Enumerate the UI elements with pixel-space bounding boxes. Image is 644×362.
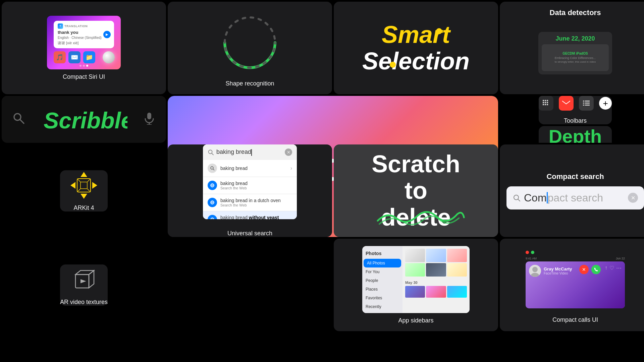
date-label: May 30 bbox=[402, 279, 470, 286]
dot-3-active bbox=[86, 65, 88, 67]
svg-marker-35 bbox=[80, 279, 86, 283]
toolbar-mail-icon bbox=[559, 96, 574, 111]
arkit-tile: ARKit 4 bbox=[60, 170, 108, 212]
search-result-item-highlighted[interactable]: baking bread without yeast Search the We… bbox=[203, 211, 297, 219]
result-arrow-1: › bbox=[290, 165, 292, 171]
caller-avatar bbox=[529, 265, 541, 277]
search-clear-button[interactable]: ✕ bbox=[285, 148, 292, 156]
selection-dot-top bbox=[436, 28, 442, 34]
app-sidebars-label: App sidebars bbox=[398, 317, 433, 324]
scratch-word-delete: delete bbox=[381, 204, 451, 231]
search-result-item[interactable]: baking bread in a dutch oven Search the … bbox=[203, 194, 297, 211]
shape-circle bbox=[216, 9, 283, 76]
svg-rect-12 bbox=[545, 102, 546, 103]
result-web-icon bbox=[208, 181, 217, 190]
calls-more-icon[interactable]: ⋯ bbox=[616, 265, 622, 274]
caller-info: Gray McCarty FaceTime Video bbox=[544, 266, 572, 275]
result-highlight: without yeast bbox=[249, 215, 279, 219]
shape-recognition-tile: Shape recognition bbox=[168, 2, 332, 94]
svg-rect-11 bbox=[543, 102, 544, 103]
music-app-icon: 🎵 bbox=[54, 51, 66, 63]
svg-line-30 bbox=[87, 179, 91, 182]
result-search-icon bbox=[208, 164, 217, 173]
scratch-word-scratch: Scratch bbox=[372, 151, 460, 177]
dot-1 bbox=[79, 65, 82, 67]
compact-search-bar[interactable]: Compact search ✕ bbox=[506, 186, 644, 209]
depth-api-tile: Depth API bbox=[539, 126, 612, 143]
compact-siri-tile: T TRANSLATION thank you English · Chines… bbox=[2, 2, 166, 94]
svg-rect-23 bbox=[585, 105, 590, 106]
compact-clear-button[interactable]: ✕ bbox=[628, 193, 638, 203]
photo-thumb bbox=[447, 263, 467, 277]
play-button[interactable]: ▶ bbox=[103, 31, 111, 38]
result-text-2: baking bread Search the Web bbox=[220, 181, 292, 190]
universal-search-tile: baking bread ✕ baking bread › baking bre… bbox=[168, 144, 332, 237]
compact-search-text: Compact search bbox=[524, 192, 625, 204]
scratch-delete-container: delete bbox=[381, 204, 451, 231]
toolbars-tile: + Toolbars bbox=[539, 96, 612, 124]
arkit-arvideo-container: ARKit 4 AR video textures bbox=[2, 144, 166, 331]
svg-line-32 bbox=[77, 189, 80, 192]
compact-calls-tile: 9:41 AM Jun 22 Gray McCarty FaceTime Vid… bbox=[500, 239, 644, 331]
photo-thumb bbox=[426, 286, 446, 298]
photo-thumb bbox=[426, 263, 446, 277]
call-type: FaceTime Video bbox=[544, 272, 572, 275]
photos-sidebar-mock: Photos All Photos For You People Places … bbox=[362, 246, 470, 313]
svg-marker-27 bbox=[70, 182, 75, 189]
svg-line-65 bbox=[518, 199, 520, 201]
sidebar-item-hidden[interactable]: Hidden bbox=[362, 311, 402, 313]
decline-call-button[interactable]: ✕ bbox=[579, 265, 589, 274]
accept-call-button[interactable] bbox=[591, 265, 601, 274]
calls-info-overlay: Gray McCarty FaceTime Video bbox=[529, 265, 572, 277]
toolbar-grid-icon bbox=[539, 96, 553, 111]
siri-dots-indicator bbox=[79, 65, 88, 67]
photo-grid-2 bbox=[402, 286, 470, 298]
siri-app-icons: 🎵 ✉️ 📁 bbox=[54, 51, 95, 63]
sidebar-item-people[interactable]: People bbox=[362, 276, 402, 285]
data-detectors-tile: Data detectors June 22, 2020 GECDM iPadO… bbox=[500, 2, 644, 94]
search-result-item[interactable]: baking bread Search the Web bbox=[203, 177, 297, 194]
translation-source-text: thank you bbox=[58, 30, 110, 35]
svg-rect-13 bbox=[547, 102, 548, 103]
calls-expand-dot bbox=[531, 251, 534, 254]
photo-thumb bbox=[426, 249, 446, 262]
calendar-detail-text: GECDM iPadOS Embracing Color Differences… bbox=[555, 51, 596, 64]
calls-action-buttons: ✕ ↑ ♡ ⋯ bbox=[579, 265, 622, 274]
shape-recognition-svg bbox=[216, 9, 283, 76]
svg-rect-8 bbox=[543, 100, 544, 101]
toolbars-label: Toolbars bbox=[564, 117, 587, 124]
arkit-label: ARKit 4 bbox=[73, 204, 94, 212]
sidebar-item-all-photos[interactable]: All Photos bbox=[364, 259, 401, 267]
result-web-icon bbox=[208, 215, 217, 219]
toolbar-icons-row: + bbox=[539, 96, 612, 111]
calls-heart-icon[interactable]: ♡ bbox=[609, 265, 614, 274]
data-detectors-mock: June 22, 2020 GECDM iPadOS Embracing Col… bbox=[538, 32, 612, 74]
photo-thumb bbox=[405, 249, 425, 262]
sidebar-item-favorites[interactable]: Favorites bbox=[362, 294, 402, 302]
result-text-1: baking bread bbox=[220, 166, 287, 171]
scratch-content: Scratch to delete bbox=[372, 151, 460, 231]
compact-search-label-title: Compact search bbox=[506, 172, 644, 181]
svg-rect-14 bbox=[543, 104, 544, 105]
svg-rect-19 bbox=[585, 101, 590, 102]
sidebar-item-places[interactable]: Places bbox=[362, 285, 402, 294]
svg-rect-20 bbox=[583, 103, 584, 104]
sidebar-left-panel: Photos All Photos For You People Places … bbox=[362, 246, 402, 313]
caller-name: Gray McCarty bbox=[544, 266, 572, 272]
svg-marker-24 bbox=[80, 172, 87, 177]
translation-pinyin: 谢谢 [xiè xiè] bbox=[58, 41, 110, 46]
toolbar-add-button[interactable]: + bbox=[599, 97, 612, 110]
sidebar-item-recently[interactable]: Recently bbox=[362, 302, 402, 311]
search-input-row[interactable]: baking bread ✕ bbox=[203, 144, 297, 160]
files-app-icon: 📁 bbox=[83, 51, 95, 63]
scribble-mic-icon bbox=[143, 111, 156, 128]
calls-share-icon[interactable]: ↑ bbox=[605, 265, 607, 274]
svg-marker-26 bbox=[80, 194, 87, 199]
compact-calls-label: Compact calls UI bbox=[552, 316, 598, 323]
svg-marker-25 bbox=[92, 182, 97, 189]
scratch-word-to: to bbox=[405, 177, 427, 204]
sidebar-item-for-you[interactable]: For You bbox=[362, 267, 402, 276]
search-dropdown: baking bread ✕ baking bread › baking bre… bbox=[203, 144, 297, 219]
arkit-cube-svg bbox=[69, 170, 99, 200]
search-result-item[interactable]: baking bread › bbox=[203, 160, 297, 177]
